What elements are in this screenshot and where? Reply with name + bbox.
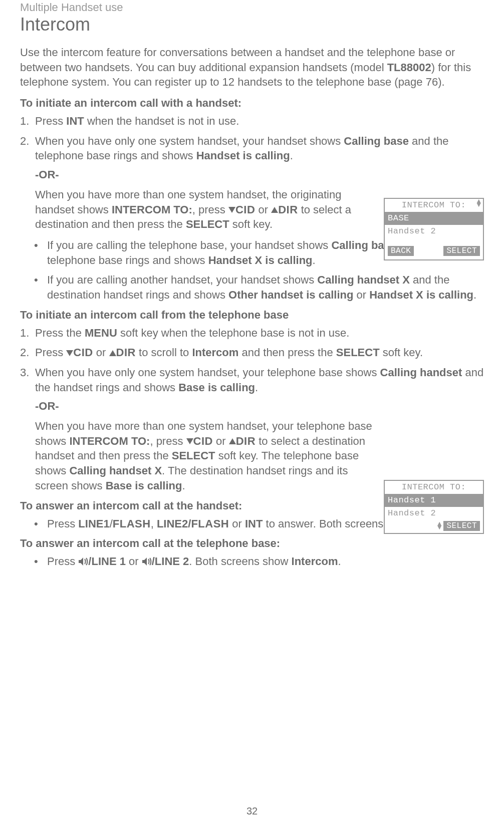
screen-text: Other handset is calling bbox=[228, 289, 353, 301]
screen-text: INTERCOM TO: bbox=[69, 435, 150, 447]
key-select: SELECT bbox=[186, 218, 229, 230]
key-select: SELECT bbox=[336, 346, 380, 359]
lcd-screen-intercom-to-handset: INTERCOM TO: Handset 1 Handset 2 ▲▼ SELE… bbox=[384, 480, 484, 534]
text: Press the bbox=[35, 327, 85, 339]
list-item: When you have only one system handset, y… bbox=[20, 365, 484, 493]
key-dir: DIR bbox=[116, 346, 136, 359]
text: soft key. bbox=[380, 346, 423, 359]
or-label: -OR- bbox=[35, 399, 484, 414]
lcd-row: Handset 2 bbox=[385, 225, 483, 238]
screen-text: Calling base bbox=[344, 135, 409, 147]
key-int: INT bbox=[66, 115, 84, 127]
lcd-softkey-back: BACK bbox=[388, 246, 414, 256]
page-title: Intercom bbox=[20, 14, 484, 35]
key-flash: FLASH bbox=[113, 517, 151, 530]
screen-text: Handset is calling bbox=[196, 149, 290, 162]
lcd-selected-row: Handset 1 bbox=[385, 494, 483, 507]
speaker-icon bbox=[142, 557, 152, 566]
lcd-softkey-select: SELECT bbox=[443, 521, 480, 531]
key-menu: MENU bbox=[85, 327, 117, 339]
key-dir: DIR bbox=[278, 203, 298, 216]
list-item: If you are calling another handset, your… bbox=[20, 272, 484, 302]
lcd-title: INTERCOM TO: bbox=[385, 199, 483, 212]
key-line2-speaker: /LINE 2 bbox=[152, 555, 189, 568]
list-item: Press the MENU soft key when the telepho… bbox=[20, 326, 484, 341]
key-dir: DIR bbox=[236, 435, 256, 447]
steps-list-base: Press the MENU soft key when the telepho… bbox=[20, 326, 484, 493]
text: . bbox=[473, 289, 476, 301]
text: . bbox=[313, 254, 316, 266]
text: If you are calling another handset, your… bbox=[47, 273, 317, 286]
lcd-softkey-row: BACK SELECT bbox=[385, 245, 483, 257]
bullet-list-answer-base: Press /LINE 1 or /LINE 2. Both screens s… bbox=[20, 554, 484, 569]
text: Press bbox=[35, 346, 66, 359]
section-heading-answer-base: To answer an intercom call at the teleph… bbox=[20, 537, 484, 550]
text: . Both screens show bbox=[189, 555, 291, 568]
list-item: Press CID or DIR to scroll to Intercom a… bbox=[20, 345, 484, 360]
section-heading-initiate-handset: To initiate an intercom call with a hand… bbox=[20, 97, 484, 110]
lcd-softkey-row: ▲▼ SELECT bbox=[385, 520, 483, 532]
key-int: INT bbox=[245, 517, 263, 530]
key-cid: CID bbox=[235, 203, 255, 216]
text: or bbox=[353, 289, 369, 301]
lcd-selected-row: BASE bbox=[385, 212, 483, 225]
model-number: TL88002 bbox=[387, 61, 431, 74]
arrow-up-icon bbox=[109, 350, 116, 356]
key-cid: CID bbox=[193, 435, 213, 447]
arrow-up-icon bbox=[271, 207, 278, 213]
text: or bbox=[229, 517, 245, 530]
arrow-down-icon bbox=[228, 207, 235, 213]
text: to scroll to bbox=[136, 346, 192, 359]
or-label: -OR- bbox=[35, 167, 484, 182]
text: . bbox=[182, 479, 185, 492]
screen-text: Handset X is calling bbox=[208, 254, 313, 266]
intro-paragraph: Use the intercom feature for conversatio… bbox=[20, 45, 484, 90]
text: . bbox=[290, 149, 293, 162]
screen-text: Calling handset X bbox=[317, 273, 410, 286]
list-item: Press /LINE 1 or /LINE 2. Both screens s… bbox=[20, 554, 484, 569]
lcd-row: Handset 2 bbox=[385, 507, 483, 520]
text: soft key. bbox=[229, 218, 273, 230]
page-number: 32 bbox=[0, 805, 504, 817]
key-line1-speaker: /LINE 1 bbox=[88, 555, 126, 568]
text: , press bbox=[150, 435, 186, 447]
lcd-softkey-select: SELECT bbox=[443, 246, 480, 256]
menu-intercom: Intercom bbox=[192, 346, 238, 359]
text: Press bbox=[35, 115, 66, 127]
speaker-icon bbox=[78, 557, 88, 566]
text: . bbox=[255, 381, 258, 394]
text: , bbox=[151, 517, 157, 530]
text: or bbox=[255, 203, 271, 216]
key-select: SELECT bbox=[172, 449, 215, 462]
text: or bbox=[93, 346, 109, 359]
arrow-down-icon bbox=[186, 438, 193, 444]
key-flash: FLASH bbox=[191, 517, 229, 530]
text: , press bbox=[192, 203, 228, 216]
text: Press bbox=[47, 517, 78, 530]
arrow-up-icon bbox=[229, 438, 236, 444]
screen-text: Calling handset X bbox=[69, 464, 162, 477]
section-heading-initiate-base: To initiate an intercom call from the te… bbox=[20, 309, 484, 322]
text: When you have only one system handset, y… bbox=[35, 366, 380, 379]
key-line1: LINE1 bbox=[78, 517, 109, 530]
arrow-down-icon bbox=[66, 350, 73, 356]
text: and then press the bbox=[238, 346, 336, 359]
scroll-indicator-icon: ▲▼ bbox=[477, 200, 481, 207]
screen-text: Calling handset bbox=[380, 366, 462, 379]
text: When you have only one system handset, y… bbox=[35, 135, 344, 147]
screen-text: INTERCOM TO: bbox=[112, 203, 192, 216]
screen-text: Base is calling bbox=[178, 381, 255, 394]
text: soft key when the telephone base is not … bbox=[117, 327, 350, 339]
screen-text: Handset X is calling bbox=[369, 289, 473, 301]
text: when the handset is not in use. bbox=[84, 115, 239, 127]
text: or bbox=[213, 435, 229, 447]
text: . bbox=[338, 555, 341, 568]
key-cid: CID bbox=[73, 346, 93, 359]
screen-text: Base is calling bbox=[106, 479, 182, 492]
scroll-indicator-icon: ▲▼ bbox=[437, 522, 441, 529]
list-item: Press INT when the handset is not in use… bbox=[20, 114, 484, 129]
text: Press bbox=[47, 555, 78, 568]
key-line2: LINE2/ bbox=[157, 517, 191, 530]
text: If you are calling the telephone base, y… bbox=[47, 239, 331, 251]
header-small: Multiple Handset use bbox=[20, 0, 484, 14]
